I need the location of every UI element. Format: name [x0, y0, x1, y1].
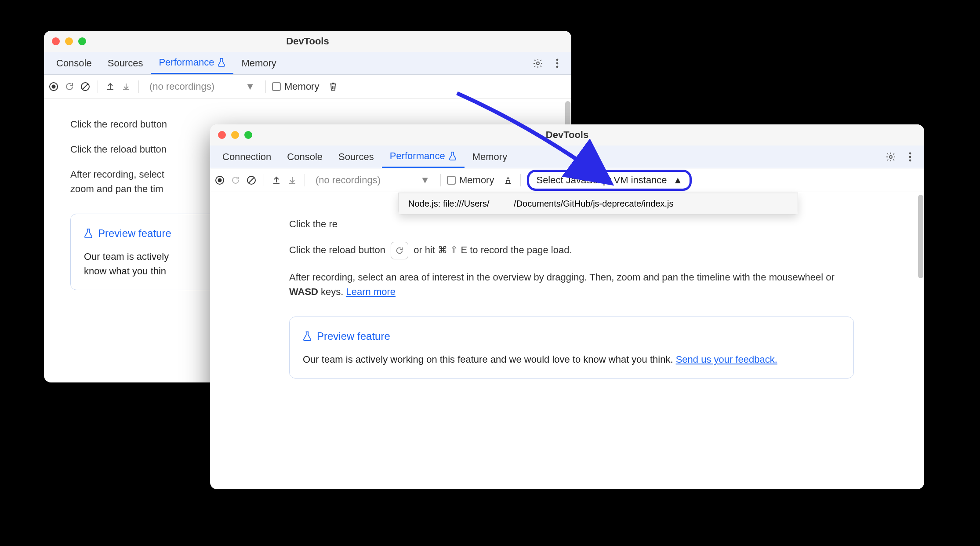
preview-text: Our team is actively working on this fea…	[303, 352, 840, 367]
tab-console[interactable]: Console	[279, 146, 330, 168]
recordings-select[interactable]: (no recordings) ▼	[311, 175, 434, 186]
svg-line-7	[83, 84, 88, 89]
collect-garbage-icon[interactable]	[502, 174, 514, 186]
flask-icon	[84, 228, 93, 239]
reload-icon[interactable]	[229, 174, 242, 186]
toolbar: (no recordings) ▼ Memory Select JavaScri…	[210, 168, 924, 192]
record-icon[interactable]	[47, 80, 60, 93]
flask-icon	[449, 152, 457, 160]
clear-icon[interactable]	[245, 174, 258, 186]
svg-line-15	[249, 178, 254, 183]
instruction-record: Click the re	[289, 217, 854, 231]
upload-icon[interactable]	[270, 174, 283, 186]
record-icon[interactable]	[214, 174, 226, 186]
download-icon[interactable]	[120, 80, 132, 93]
tab-label: Performance	[159, 57, 214, 68]
recordings-select[interactable]: (no recordings) ▼	[145, 81, 259, 92]
chevron-up-icon: ▲	[673, 175, 683, 186]
svg-point-9	[909, 152, 911, 154]
tab-label: Performance	[390, 150, 445, 162]
memory-label: Memory	[284, 81, 319, 92]
tab-console[interactable]: Console	[48, 52, 100, 74]
recordings-placeholder: (no recordings)	[316, 175, 381, 186]
svg-point-13	[218, 178, 222, 182]
vm-instance-select[interactable]: Select JavaScript VM instance ▲	[527, 170, 692, 191]
vm-select-label: Select JavaScript VM instance	[536, 175, 667, 186]
devtools-window-front: DevTools Connection Console Sources Perf…	[210, 124, 924, 489]
more-icon[interactable]	[551, 57, 563, 69]
window-title: DevTools	[210, 129, 924, 141]
svg-point-8	[889, 156, 892, 158]
tab-bar: Connection Console Sources Performance M…	[210, 146, 924, 168]
preview-label: Preview feature	[317, 328, 390, 344]
svg-point-5	[52, 84, 56, 88]
svg-point-11	[909, 159, 911, 161]
wasd-keys: WASD	[289, 286, 318, 297]
tab-bar: Console Sources Performance Memory	[44, 52, 571, 75]
tab-performance[interactable]: Performance	[151, 52, 233, 74]
clear-icon[interactable]	[79, 80, 91, 93]
svg-point-0	[537, 62, 539, 65]
feedback-link[interactable]: Send us your feedback.	[676, 354, 777, 365]
trash-icon[interactable]	[327, 80, 339, 93]
gear-icon[interactable]	[532, 57, 544, 69]
reload-inline-icon	[391, 242, 408, 259]
flask-icon	[303, 331, 312, 342]
chevron-down-icon: ▼	[245, 81, 255, 92]
svg-point-3	[556, 66, 559, 68]
window-title: DevTools	[44, 36, 571, 47]
memory-checkbox[interactable]	[447, 176, 456, 185]
tab-memory[interactable]: Memory	[465, 146, 515, 168]
tab-memory[interactable]: Memory	[233, 52, 284, 74]
scrollbar[interactable]	[918, 195, 923, 278]
preview-card: Preview feature Our team is actively wor…	[289, 317, 854, 379]
flask-icon	[218, 58, 225, 67]
more-icon[interactable]	[904, 151, 916, 163]
toolbar: (no recordings) ▼ Memory	[44, 75, 571, 98]
tab-performance[interactable]: Performance	[382, 146, 465, 168]
tab-sources[interactable]: Sources	[100, 52, 151, 74]
svg-point-2	[556, 62, 559, 64]
recordings-placeholder: (no recordings)	[149, 81, 214, 92]
learn-more-link[interactable]: Learn more	[346, 286, 396, 297]
instruction-after: After recording, select an area of inter…	[289, 270, 854, 299]
memory-label: Memory	[459, 175, 494, 186]
body-area: Click the re Click the reload button or …	[210, 192, 924, 489]
svg-point-10	[909, 156, 911, 158]
download-icon[interactable]	[286, 174, 298, 186]
upload-icon[interactable]	[104, 80, 116, 93]
reload-icon[interactable]	[63, 80, 76, 93]
tab-connection[interactable]: Connection	[214, 146, 279, 168]
instruction-reload: Click the reload button or hit ⌘ ⇧ E to …	[289, 242, 854, 259]
tab-sources[interactable]: Sources	[330, 146, 382, 168]
titlebar: DevTools	[44, 31, 571, 52]
preview-label: Preview feature	[98, 226, 171, 241]
svg-point-1	[556, 58, 559, 61]
titlebar: DevTools	[210, 124, 924, 146]
chevron-down-icon: ▼	[420, 175, 430, 186]
memory-checkbox[interactable]	[272, 82, 281, 91]
gear-icon[interactable]	[885, 151, 897, 163]
